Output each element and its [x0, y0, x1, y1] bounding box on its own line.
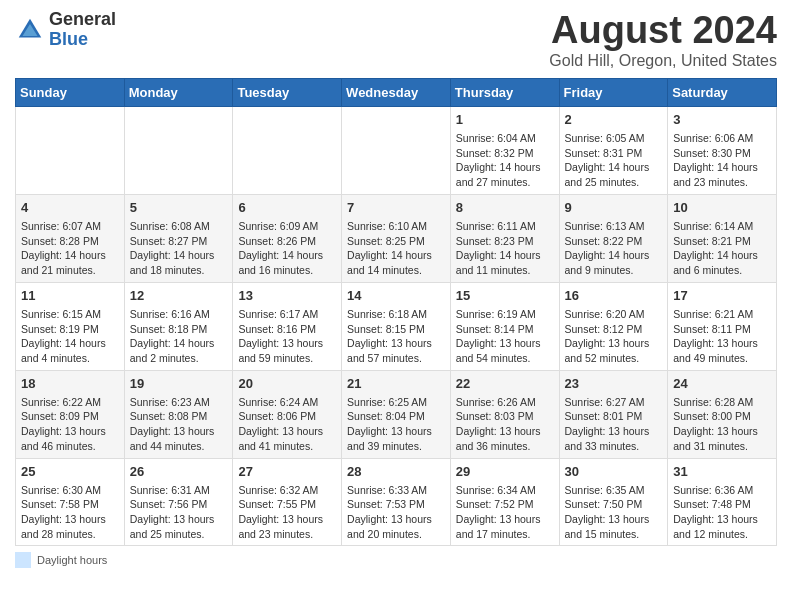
daylight-text: Daylight: 13 hours and 12 minutes. [673, 513, 758, 540]
sunset-text: Sunset: 8:22 PM [565, 235, 643, 247]
sunset-text: Sunset: 7:53 PM [347, 498, 425, 510]
logo-icon [15, 15, 45, 45]
calendar-header: Sunday Monday Tuesday Wednesday Thursday… [16, 78, 777, 106]
logo-text: General Blue [49, 10, 116, 50]
daylight-text: Daylight: 14 hours and 11 minutes. [456, 249, 541, 276]
sunrise-text: Sunrise: 6:20 AM [565, 308, 645, 320]
day-number: 18 [21, 375, 119, 393]
calendar-cell [233, 106, 342, 194]
sunset-text: Sunset: 8:01 PM [565, 410, 643, 422]
calendar-row: 1Sunrise: 6:04 AMSunset: 8:32 PMDaylight… [16, 106, 777, 194]
day-number: 14 [347, 287, 445, 305]
day-number: 6 [238, 199, 336, 217]
day-number: 8 [456, 199, 554, 217]
day-number: 22 [456, 375, 554, 393]
sunrise-text: Sunrise: 6:25 AM [347, 396, 427, 408]
daylight-text: Daylight: 13 hours and 57 minutes. [347, 337, 432, 364]
calendar-body: 1Sunrise: 6:04 AMSunset: 8:32 PMDaylight… [16, 106, 777, 546]
daylight-text: Daylight: 13 hours and 20 minutes. [347, 513, 432, 540]
sunrise-text: Sunrise: 6:15 AM [21, 308, 101, 320]
day-number: 29 [456, 463, 554, 481]
calendar-cell: 19Sunrise: 6:23 AMSunset: 8:08 PMDayligh… [124, 370, 233, 458]
calendar-cell: 13Sunrise: 6:17 AMSunset: 8:16 PMDayligh… [233, 282, 342, 370]
col-thursday: Thursday [450, 78, 559, 106]
sunset-text: Sunset: 8:12 PM [565, 323, 643, 335]
sunrise-text: Sunrise: 6:27 AM [565, 396, 645, 408]
logo-blue: Blue [49, 30, 116, 50]
sunrise-text: Sunrise: 6:05 AM [565, 132, 645, 144]
day-number: 28 [347, 463, 445, 481]
col-wednesday: Wednesday [342, 78, 451, 106]
daylight-text: Daylight: 13 hours and 52 minutes. [565, 337, 650, 364]
daylight-text: Daylight: 13 hours and 54 minutes. [456, 337, 541, 364]
daylight-text: Daylight: 13 hours and 41 minutes. [238, 425, 323, 452]
calendar-cell: 21Sunrise: 6:25 AMSunset: 8:04 PMDayligh… [342, 370, 451, 458]
calendar-cell: 16Sunrise: 6:20 AMSunset: 8:12 PMDayligh… [559, 282, 668, 370]
calendar-row: 11Sunrise: 6:15 AMSunset: 8:19 PMDayligh… [16, 282, 777, 370]
calendar-cell: 18Sunrise: 6:22 AMSunset: 8:09 PMDayligh… [16, 370, 125, 458]
sunrise-text: Sunrise: 6:22 AM [21, 396, 101, 408]
calendar-cell [16, 106, 125, 194]
day-number: 4 [21, 199, 119, 217]
day-number: 13 [238, 287, 336, 305]
sunset-text: Sunset: 8:04 PM [347, 410, 425, 422]
sunrise-text: Sunrise: 6:31 AM [130, 484, 210, 496]
daylight-label: Daylight hours [37, 554, 107, 566]
daylight-text: Daylight: 14 hours and 23 minutes. [673, 161, 758, 188]
footer: Daylight hours [15, 552, 777, 568]
daylight-text: Daylight: 13 hours and 46 minutes. [21, 425, 106, 452]
daylight-text: Daylight: 13 hours and 59 minutes. [238, 337, 323, 364]
calendar-cell: 29Sunrise: 6:34 AMSunset: 7:52 PMDayligh… [450, 458, 559, 546]
col-saturday: Saturday [668, 78, 777, 106]
daylight-text: Daylight: 14 hours and 16 minutes. [238, 249, 323, 276]
calendar-cell: 20Sunrise: 6:24 AMSunset: 8:06 PMDayligh… [233, 370, 342, 458]
sunrise-text: Sunrise: 6:11 AM [456, 220, 536, 232]
calendar-cell: 9Sunrise: 6:13 AMSunset: 8:22 PMDaylight… [559, 194, 668, 282]
page-header: General Blue August 2024 Gold Hill, Oreg… [15, 10, 777, 70]
calendar-cell: 6Sunrise: 6:09 AMSunset: 8:26 PMDaylight… [233, 194, 342, 282]
sunset-text: Sunset: 8:16 PM [238, 323, 316, 335]
sunrise-text: Sunrise: 6:26 AM [456, 396, 536, 408]
sunrise-text: Sunrise: 6:18 AM [347, 308, 427, 320]
logo-general: General [49, 10, 116, 30]
sunset-text: Sunset: 8:26 PM [238, 235, 316, 247]
calendar-cell: 10Sunrise: 6:14 AMSunset: 8:21 PMDayligh… [668, 194, 777, 282]
daylight-text: Daylight: 14 hours and 21 minutes. [21, 249, 106, 276]
daylight-text: Daylight: 14 hours and 4 minutes. [21, 337, 106, 364]
day-number: 30 [565, 463, 663, 481]
calendar-row: 4Sunrise: 6:07 AMSunset: 8:28 PMDaylight… [16, 194, 777, 282]
daylight-text: Daylight: 13 hours and 25 minutes. [130, 513, 215, 540]
day-number: 21 [347, 375, 445, 393]
sunset-text: Sunset: 8:31 PM [565, 147, 643, 159]
daylight-text: Daylight: 13 hours and 39 minutes. [347, 425, 432, 452]
day-number: 5 [130, 199, 228, 217]
daylight-text: Daylight: 13 hours and 23 minutes. [238, 513, 323, 540]
sunset-text: Sunset: 8:11 PM [673, 323, 751, 335]
calendar-cell: 3Sunrise: 6:06 AMSunset: 8:30 PMDaylight… [668, 106, 777, 194]
calendar-cell: 25Sunrise: 6:30 AMSunset: 7:58 PMDayligh… [16, 458, 125, 546]
day-number: 16 [565, 287, 663, 305]
sunset-text: Sunset: 8:23 PM [456, 235, 534, 247]
sunrise-text: Sunrise: 6:35 AM [565, 484, 645, 496]
footer-item: Daylight hours [15, 552, 777, 568]
day-number: 2 [565, 111, 663, 129]
sunrise-text: Sunrise: 6:14 AM [673, 220, 753, 232]
sunrise-text: Sunrise: 6:24 AM [238, 396, 318, 408]
sunrise-text: Sunrise: 6:36 AM [673, 484, 753, 496]
day-number: 24 [673, 375, 771, 393]
sunset-text: Sunset: 8:15 PM [347, 323, 425, 335]
daylight-text: Daylight: 14 hours and 27 minutes. [456, 161, 541, 188]
calendar-subtitle: Gold Hill, Oregon, United States [549, 52, 777, 70]
daylight-text: Daylight: 14 hours and 9 minutes. [565, 249, 650, 276]
calendar-cell: 31Sunrise: 6:36 AMSunset: 7:48 PMDayligh… [668, 458, 777, 546]
calendar-cell: 4Sunrise: 6:07 AMSunset: 8:28 PMDaylight… [16, 194, 125, 282]
logo: General Blue [15, 10, 116, 50]
calendar-cell [342, 106, 451, 194]
calendar-cell: 23Sunrise: 6:27 AMSunset: 8:01 PMDayligh… [559, 370, 668, 458]
col-sunday: Sunday [16, 78, 125, 106]
day-number: 11 [21, 287, 119, 305]
calendar-row: 18Sunrise: 6:22 AMSunset: 8:09 PMDayligh… [16, 370, 777, 458]
calendar-cell: 2Sunrise: 6:05 AMSunset: 8:31 PMDaylight… [559, 106, 668, 194]
sunset-text: Sunset: 8:28 PM [21, 235, 99, 247]
calendar-title: August 2024 [549, 10, 777, 52]
